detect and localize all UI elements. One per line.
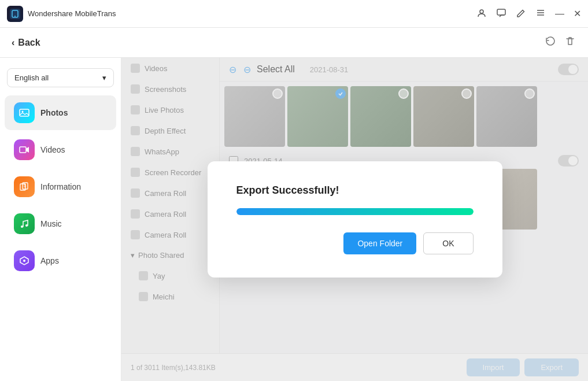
sidebar: English all ▾ Photos Videos Information bbox=[0, 58, 121, 381]
titlebar-left: Wondershare MobileTrans bbox=[7, 6, 116, 22]
svg-point-16 bbox=[25, 224, 28, 227]
back-button[interactable]: ‹ Back bbox=[12, 38, 40, 48]
back-arrow-icon: ‹ bbox=[12, 38, 14, 48]
svg-point-3 bbox=[480, 10, 483, 13]
language-dropdown[interactable]: English all ▾ bbox=[7, 68, 114, 87]
titlebar: Wondershare MobileTrans — ✕ bbox=[0, 0, 588, 28]
edit-icon[interactable] bbox=[516, 8, 526, 20]
svg-rect-10 bbox=[20, 147, 26, 153]
information-icon bbox=[14, 176, 35, 197]
svg-point-9 bbox=[22, 111, 24, 113]
delete-button[interactable] bbox=[564, 35, 576, 50]
sidebar-item-label: Music bbox=[40, 219, 62, 228]
sidebar-item-label: Videos bbox=[40, 145, 65, 154]
export-success-modal: Export Successfully! Open Folder OK bbox=[208, 161, 502, 278]
open-folder-button[interactable]: Open Folder bbox=[343, 232, 416, 254]
sidebar-item-videos[interactable]: Videos bbox=[5, 132, 116, 167]
svg-point-15 bbox=[21, 225, 23, 228]
svg-point-18 bbox=[23, 260, 25, 262]
sidebar-item-music[interactable]: Music bbox=[5, 206, 116, 241]
apps-icon bbox=[14, 250, 35, 271]
titlebar-controls: — ✕ bbox=[476, 8, 581, 20]
app-icon bbox=[7, 6, 23, 22]
photos-icon bbox=[14, 102, 35, 123]
back-label: Back bbox=[18, 38, 40, 48]
content-area: Videos Screenshots Live Photos Depth Eff… bbox=[121, 58, 588, 381]
modal-buttons: Open Folder OK bbox=[343, 232, 473, 254]
svg-rect-4 bbox=[497, 9, 505, 15]
minimize-icon[interactable]: — bbox=[555, 9, 564, 19]
sidebar-item-photos[interactable]: Photos bbox=[5, 95, 116, 130]
header: ‹ Back bbox=[0, 28, 588, 58]
menu-icon[interactable] bbox=[535, 8, 546, 20]
modal-title: Export Successfully! bbox=[236, 184, 339, 197]
chevron-down-icon: ▾ bbox=[102, 73, 106, 82]
main-content: English all ▾ Photos Videos Information bbox=[0, 58, 588, 381]
svg-rect-8 bbox=[20, 109, 29, 116]
svg-point-2 bbox=[14, 16, 16, 17]
sidebar-item-apps[interactable]: Apps bbox=[5, 243, 116, 278]
progress-bar-container bbox=[236, 208, 474, 215]
videos-icon bbox=[14, 139, 35, 160]
ok-button[interactable]: OK bbox=[423, 232, 473, 254]
sidebar-item-label: Information bbox=[40, 182, 81, 191]
progress-bar-fill bbox=[236, 208, 474, 215]
close-icon[interactable]: ✕ bbox=[574, 8, 581, 19]
sidebar-item-label: Apps bbox=[40, 256, 59, 265]
language-label: English all bbox=[14, 73, 49, 82]
modal-container: Export Successfully! Open Folder OK bbox=[121, 58, 588, 381]
header-actions bbox=[544, 35, 576, 50]
refresh-button[interactable] bbox=[544, 35, 557, 50]
music-icon bbox=[14, 213, 35, 234]
app-title: Wondershare MobileTrans bbox=[28, 9, 116, 18]
sidebar-item-label: Photos bbox=[40, 108, 68, 117]
sidebar-item-information[interactable]: Information bbox=[5, 169, 116, 204]
chat-icon[interactable] bbox=[496, 8, 506, 20]
account-icon[interactable] bbox=[476, 8, 487, 20]
